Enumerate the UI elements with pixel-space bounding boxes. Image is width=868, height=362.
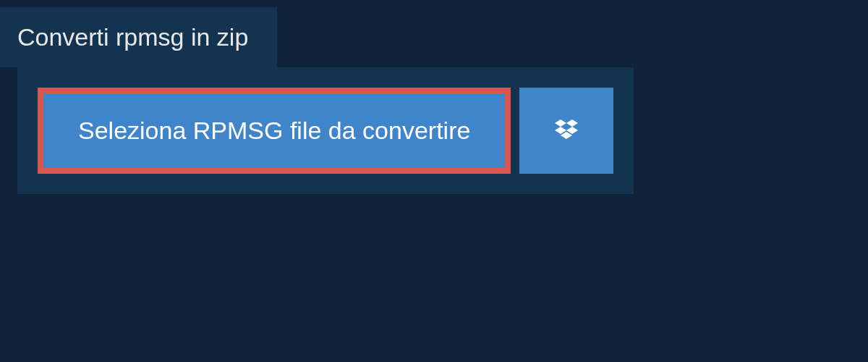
- upload-panel: Seleziona RPMSG file da convertire: [17, 67, 634, 194]
- tab-label: Converti rpmsg in zip: [17, 23, 248, 51]
- dropbox-button[interactable]: [519, 88, 613, 174]
- button-row: Seleziona RPMSG file da convertire: [38, 88, 613, 174]
- select-file-button[interactable]: Seleziona RPMSG file da convertire: [38, 88, 511, 174]
- dropbox-icon: [552, 117, 581, 146]
- tab-header: Converti rpmsg in zip: [0, 7, 277, 67]
- select-file-label: Seleziona RPMSG file da convertire: [78, 117, 470, 145]
